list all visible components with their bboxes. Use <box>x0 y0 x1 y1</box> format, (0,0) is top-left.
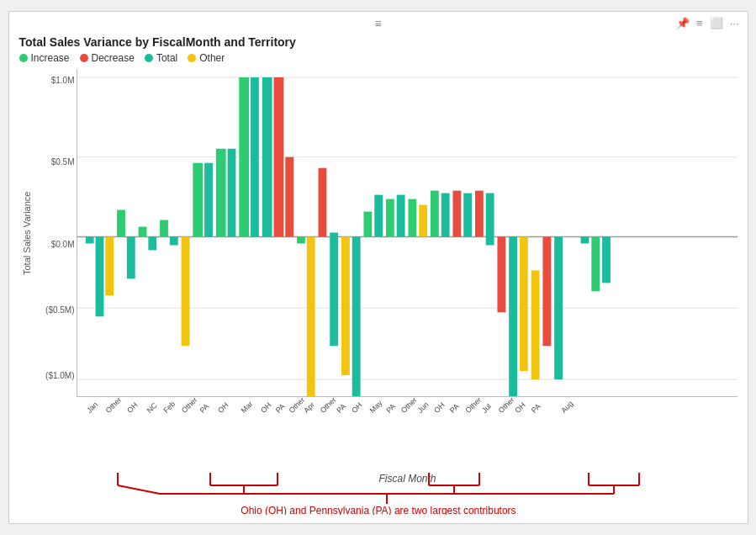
x-label-jan: Jan <box>85 400 99 415</box>
x-label-oh4: OH <box>350 400 363 414</box>
chart-card: ≡ 📌 ≡ ⬜ ··· Total Sales Variance by Fisc… <box>8 11 748 524</box>
x-label-pa2: PA <box>273 402 286 415</box>
y-tick-2: $0.5M <box>51 157 75 167</box>
bar <box>452 191 461 237</box>
legend-increase: Increase <box>19 52 70 64</box>
bar <box>591 236 600 291</box>
bar <box>509 236 517 396</box>
x-label-other7: Other <box>496 396 515 415</box>
bar <box>148 236 156 250</box>
bar <box>474 191 483 237</box>
bar <box>519 236 527 371</box>
bar <box>273 77 283 237</box>
expand-icon[interactable]: ⬜ <box>710 17 723 29</box>
increase-dot <box>19 54 28 62</box>
bar <box>430 191 438 237</box>
bar <box>297 236 305 243</box>
bar <box>227 149 235 237</box>
x-label-pa6: PA <box>529 402 542 415</box>
bar <box>105 236 114 295</box>
annotation-area: Ohio (OH) and Pennsylvania (PA) are two … <box>9 469 748 515</box>
bar <box>95 236 103 316</box>
legend-other: Other <box>188 52 225 64</box>
x-label-may: May <box>367 399 383 415</box>
bar <box>385 199 394 237</box>
bar <box>117 210 125 237</box>
bar <box>262 77 272 237</box>
menu-icon[interactable]: ≡ <box>696 17 703 29</box>
other-dot <box>188 54 196 62</box>
bar <box>363 212 372 237</box>
bar <box>330 233 338 347</box>
decrease-dot <box>80 54 88 62</box>
bar <box>497 236 505 312</box>
bar <box>463 193 472 237</box>
x-label-oh6: OH <box>513 400 526 414</box>
bar <box>374 195 383 237</box>
bar <box>318 168 326 237</box>
x-label-other1: Other <box>103 396 123 415</box>
x-label-pa3: PA <box>335 402 347 415</box>
x-label-jul: Jul <box>480 402 493 415</box>
bar <box>542 236 551 346</box>
x-label-other6: Other <box>463 396 483 415</box>
x-label-jun: Jun <box>415 400 430 415</box>
bar <box>531 270 539 379</box>
x-label-pa1: PA <box>198 402 210 415</box>
y-tick-4: ($0.5M) <box>45 305 74 315</box>
x-label-oh1: OH <box>125 400 139 414</box>
x-label-other2: Other <box>179 396 198 415</box>
total-dot <box>145 54 153 62</box>
top-icons[interactable]: 📌 ≡ ⬜ ··· <box>676 17 738 29</box>
drag-handle-icon: ≡ <box>374 17 381 30</box>
x-label-other5: Other <box>399 396 418 415</box>
bar <box>181 236 189 346</box>
bar <box>251 77 259 237</box>
x-label-feb: Feb <box>161 400 177 415</box>
legend: Increase Decrease Total Other <box>19 52 737 64</box>
bar <box>306 236 315 396</box>
x-label-other3: Other <box>287 396 306 415</box>
y-tick-5: ($1.0M) <box>45 371 74 380</box>
more-icon[interactable]: ··· <box>730 17 739 29</box>
x-label-other4: Other <box>318 396 337 415</box>
other-label: Other <box>199 52 225 64</box>
y-tick-3: $0.0M <box>51 240 75 249</box>
bar <box>169 236 177 245</box>
x-label-aug: Aug <box>559 400 574 415</box>
x-label-nc: NC <box>145 400 159 415</box>
total-label: Total <box>156 52 177 64</box>
x-label-oh3: OH <box>259 400 272 414</box>
bar <box>485 193 494 246</box>
x-axis-svg: Jan Other OH NC Feb Other PA OH Mar OH P… <box>77 396 737 472</box>
bar <box>554 236 563 379</box>
pin-icon[interactable]: 📌 <box>676 17 690 29</box>
y-tick-1: $1.0M <box>51 76 75 85</box>
decrease-label: Decrease <box>92 52 135 64</box>
bar <box>138 227 146 237</box>
annotation-svg: Ohio (OH) and Pennsylvania (PA) are two … <box>17 469 740 515</box>
bar <box>215 149 225 237</box>
annotation-text: Ohio (OH) and Pennsylvania (PA) are two … <box>241 505 515 515</box>
bar <box>441 193 449 237</box>
bar <box>602 236 611 283</box>
increase-label: Increase <box>31 52 70 64</box>
bar <box>408 199 416 237</box>
x-label-oh2: OH <box>216 400 230 414</box>
x-label-oh5: OH <box>432 400 446 414</box>
legend-total: Total <box>145 52 177 64</box>
top-bar: ≡ <box>374 17 381 30</box>
bar <box>285 157 293 237</box>
x-label-mar: Mar <box>239 400 254 415</box>
bar <box>419 205 427 237</box>
bar <box>239 77 249 237</box>
bar <box>85 236 93 243</box>
x-label-pa4: PA <box>384 402 397 415</box>
bar <box>160 220 168 237</box>
svg-line-6 <box>118 485 160 494</box>
bar <box>396 195 404 237</box>
chart-title: Total Sales Variance by FiscalMonth and … <box>19 35 737 49</box>
bar <box>580 236 589 243</box>
bar <box>352 236 360 396</box>
chart-svg <box>77 69 737 396</box>
